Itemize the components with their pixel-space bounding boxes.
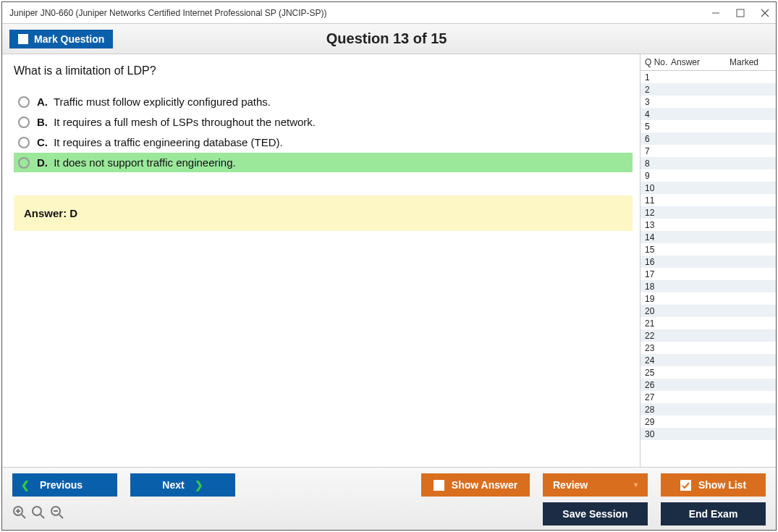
header-bar: Mark Question Question 13 of 15 (2, 24, 776, 54)
body: What is a limitation of LDP? A. Traffic … (2, 54, 776, 467)
footer-row-2: Save Session End Exam (12, 502, 766, 525)
question-row[interactable]: 10 (640, 182, 776, 194)
save-session-button[interactable]: Save Session (543, 502, 648, 525)
row-qno: 18 (645, 282, 671, 292)
question-row[interactable]: 26 (640, 379, 776, 391)
sidebar-header: Q No. Answer Marked (640, 54, 776, 71)
chevron-down-icon: ▾ (634, 481, 638, 489)
row-qno: 26 (645, 380, 671, 390)
row-qno: 17 (645, 269, 671, 279)
titlebar: Juniper JN0-660 (Juniper Networks Certif… (2, 2, 776, 24)
radio-icon (18, 96, 30, 108)
row-qno: 28 (645, 405, 671, 415)
question-row[interactable]: 3 (640, 96, 776, 108)
mark-question-label: Mark Question (34, 33, 104, 45)
window-controls (711, 8, 770, 18)
show-list-label: Show List (698, 479, 746, 491)
question-row[interactable]: 5 (640, 120, 776, 132)
question-row[interactable]: 11 (640, 194, 776, 206)
question-row[interactable]: 30 (640, 428, 776, 440)
checkbox-icon (18, 34, 28, 44)
question-row[interactable]: 23 (640, 342, 776, 354)
radio-icon (18, 117, 30, 128)
minimize-icon[interactable] (711, 8, 721, 18)
option-text: A. Traffic must follow explicitly config… (37, 96, 271, 108)
close-icon[interactable] (760, 8, 770, 18)
show-answer-button[interactable]: Show Answer (421, 473, 530, 497)
question-row[interactable]: 16 (640, 256, 776, 268)
zoom-out-icon[interactable] (50, 505, 64, 523)
question-row[interactable]: 12 (640, 206, 776, 219)
review-button[interactable]: Review ▾ (543, 473, 648, 497)
question-row[interactable]: 25 (640, 366, 776, 379)
save-session-label: Save Session (562, 508, 627, 520)
row-qno: 27 (645, 392, 671, 402)
question-row[interactable]: 19 (640, 292, 776, 305)
maximize-icon[interactable] (735, 8, 745, 18)
end-exam-button[interactable]: End Exam (661, 502, 766, 525)
checkbox-icon (434, 480, 444, 491)
question-row[interactable]: 18 (640, 280, 776, 292)
row-qno: 12 (645, 208, 671, 218)
end-exam-label: End Exam (689, 508, 738, 520)
row-qno: 20 (645, 306, 671, 316)
question-row[interactable]: 22 (640, 329, 776, 342)
show-list-button[interactable]: Show List (661, 473, 766, 497)
question-row[interactable]: 6 (640, 132, 776, 145)
row-qno: 4 (645, 109, 671, 119)
question-row[interactable]: 4 (640, 108, 776, 120)
row-qno: 21 (645, 318, 671, 329)
question-text: What is a limitation of LDP? (14, 64, 633, 77)
row-qno: 1 (645, 72, 671, 83)
option-b[interactable]: B. It requires a full mesh of LSPs throu… (14, 112, 633, 132)
svg-line-11 (59, 515, 63, 518)
option-c[interactable]: C. It requires a traffic engineering dat… (14, 132, 633, 152)
question-row[interactable]: 8 (640, 157, 776, 169)
answer-box: Answer: D (14, 195, 633, 231)
zoom-reset-icon[interactable] (31, 505, 46, 523)
row-qno: 2 (645, 85, 671, 95)
option-text: C. It requires a traffic engineering dat… (37, 136, 283, 148)
question-row[interactable]: 24 (640, 354, 776, 366)
previous-button[interactable]: ❮ Previous (12, 473, 117, 497)
row-qno: 3 (645, 97, 671, 107)
svg-line-5 (22, 515, 25, 518)
question-row[interactable]: 17 (640, 268, 776, 280)
question-row[interactable]: 27 (640, 391, 776, 403)
svg-point-8 (33, 507, 41, 515)
question-row[interactable]: 13 (640, 219, 776, 231)
row-qno: 22 (645, 331, 671, 341)
question-row[interactable]: 14 (640, 231, 776, 243)
row-qno: 8 (645, 159, 671, 169)
row-qno: 23 (645, 343, 671, 353)
question-row[interactable]: 21 (640, 317, 776, 329)
question-row[interactable]: 28 (640, 403, 776, 415)
previous-label: Previous (40, 479, 83, 491)
zoom-in-icon[interactable] (12, 505, 27, 523)
question-row[interactable]: 29 (640, 415, 776, 428)
question-row[interactable]: 2 (640, 83, 776, 96)
question-row[interactable]: 9 (640, 169, 776, 182)
question-row[interactable]: 20 (640, 305, 776, 317)
question-row[interactable]: 1 (640, 71, 776, 83)
next-button[interactable]: Next ❯ (130, 473, 235, 497)
row-qno: 16 (645, 257, 671, 267)
row-qno: 15 (645, 245, 671, 255)
question-row[interactable]: 15 (640, 243, 776, 256)
review-label: Review (553, 479, 588, 491)
row-qno: 10 (645, 183, 671, 193)
sidebar-rows[interactable]: 1234567891011121314151617181920212223242… (640, 71, 776, 467)
question-row[interactable]: 7 (640, 145, 776, 157)
option-a[interactable]: A. Traffic must follow explicitly config… (14, 92, 633, 111)
col-qno: Q No. (645, 57, 671, 67)
option-text: D. It does not support traffic engineeri… (37, 156, 236, 169)
col-marked: Marked (730, 57, 771, 67)
options-list: A. Traffic must follow explicitly config… (14, 92, 633, 172)
checkbox-checked-icon (680, 480, 691, 491)
option-d[interactable]: D. It does not support traffic engineeri… (14, 153, 633, 172)
mark-question-button[interactable]: Mark Question (9, 30, 113, 48)
col-answer: Answer (671, 57, 730, 67)
window-title: Juniper JN0-660 (Juniper Networks Certif… (9, 8, 711, 18)
option-text: B. It requires a full mesh of LSPs throu… (37, 116, 316, 128)
footer: ❮ Previous Next ❯ Show Answer Review ▾ S… (2, 467, 776, 530)
